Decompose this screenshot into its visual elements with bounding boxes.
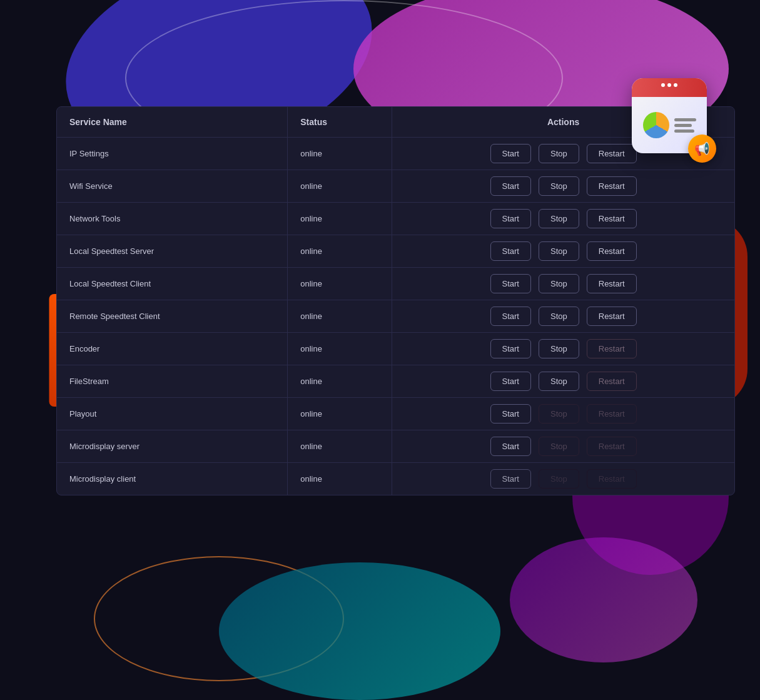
main-content: Service Name Status Actions IP Settingso… bbox=[56, 106, 735, 625]
restart-button-11[interactable]: Restart bbox=[587, 469, 637, 489]
service-actions-2: StartStopRestart bbox=[392, 170, 734, 203]
table-row: Wifi ServiceonlineStartStopRestart bbox=[57, 170, 734, 203]
service-name-7: Encoder bbox=[57, 333, 288, 365]
lines-mini bbox=[674, 118, 696, 133]
actions-group-3: StartStopRestart bbox=[392, 203, 734, 235]
stop-button-1[interactable]: Stop bbox=[539, 144, 579, 163]
restart-button-6[interactable]: Restart bbox=[587, 307, 637, 326]
service-actions-3: StartStopRestart bbox=[392, 203, 734, 235]
col-service-name: Service Name bbox=[57, 107, 288, 138]
service-table: Service Name Status Actions IP Settingso… bbox=[57, 107, 734, 495]
service-name-5: Local Speedtest Client bbox=[57, 268, 288, 300]
service-actions-4: StartStopRestart bbox=[392, 235, 734, 268]
restart-button-7[interactable]: Restart bbox=[587, 339, 637, 358]
actions-group-6: StartStopRestart bbox=[392, 300, 734, 332]
table-row: Network ToolsonlineStartStopRestart bbox=[57, 203, 734, 235]
dot-1 bbox=[661, 83, 665, 87]
table-body: IP SettingsonlineStartStopRestartWifi Se… bbox=[57, 138, 734, 495]
actions-group-2: StartStopRestart bbox=[392, 170, 734, 202]
line-3 bbox=[674, 129, 694, 133]
start-button-4[interactable]: Start bbox=[490, 241, 531, 261]
service-name-6: Remote Speedtest Client bbox=[57, 300, 288, 333]
start-button-7[interactable]: Start bbox=[490, 339, 531, 358]
service-status-1: online bbox=[288, 138, 392, 170]
service-name-1: IP Settings bbox=[57, 138, 288, 170]
table-row: Local Speedtest ClientonlineStartStopRes… bbox=[57, 268, 734, 300]
restart-button-10[interactable]: Restart bbox=[587, 437, 637, 456]
start-button-11[interactable]: Start bbox=[490, 469, 531, 489]
service-name-3: Network Tools bbox=[57, 203, 288, 235]
stop-button-11[interactable]: Stop bbox=[539, 469, 579, 489]
analytics-dots bbox=[661, 83, 677, 87]
service-name-4: Local Speedtest Server bbox=[57, 235, 288, 268]
service-status-3: online bbox=[288, 203, 392, 235]
service-name-11: Microdisplay client bbox=[57, 463, 288, 495]
col-status: Status bbox=[288, 107, 392, 138]
stop-button-6[interactable]: Stop bbox=[539, 307, 579, 326]
dot-2 bbox=[667, 83, 671, 87]
service-name-2: Wifi Service bbox=[57, 170, 288, 203]
service-status-5: online bbox=[288, 268, 392, 300]
stop-button-3[interactable]: Stop bbox=[539, 209, 579, 228]
table-row: PlayoutonlineStartStopRestart bbox=[57, 398, 734, 430]
restart-button-9[interactable]: Restart bbox=[587, 404, 637, 424]
service-status-7: online bbox=[288, 333, 392, 365]
sidebar: 📋 Service Monitoring bbox=[0, 0, 50, 700]
actions-group-5: StartStopRestart bbox=[392, 268, 734, 300]
actions-group-9: StartStopRestart bbox=[392, 398, 734, 430]
service-status-2: online bbox=[288, 170, 392, 203]
service-actions-9: StartStopRestart bbox=[392, 398, 734, 430]
stop-button-7[interactable]: Stop bbox=[539, 339, 579, 358]
line-1 bbox=[674, 118, 696, 121]
analytics-icon-inner: 📢 bbox=[632, 78, 707, 153]
actions-group-4: StartStopRestart bbox=[392, 235, 734, 267]
start-button-1[interactable]: Start bbox=[490, 144, 531, 163]
service-actions-8: StartStopRestart bbox=[392, 365, 734, 398]
restart-button-4[interactable]: Restart bbox=[587, 241, 637, 261]
actions-group-8: StartStopRestart bbox=[392, 365, 734, 397]
start-button-5[interactable]: Start bbox=[490, 274, 531, 293]
stop-button-10[interactable]: Stop bbox=[539, 437, 579, 456]
table-row: EncoderonlineStartStopRestart bbox=[57, 333, 734, 365]
table-row: FileStreamonlineStartStopRestart bbox=[57, 365, 734, 398]
dot-3 bbox=[674, 83, 677, 87]
stop-button-5[interactable]: Stop bbox=[539, 274, 579, 293]
stop-button-4[interactable]: Stop bbox=[539, 241, 579, 261]
service-status-9: online bbox=[288, 398, 392, 430]
restart-button-3[interactable]: Restart bbox=[587, 209, 637, 228]
restart-button-2[interactable]: Restart bbox=[587, 176, 637, 196]
service-actions-11: StartStopRestart bbox=[392, 463, 734, 495]
service-actions-5: StartStopRestart bbox=[392, 268, 734, 300]
service-status-11: online bbox=[288, 463, 392, 495]
table-row: Local Speedtest ServeronlineStartStopRes… bbox=[57, 235, 734, 268]
pie-chart-mini bbox=[643, 112, 669, 138]
start-button-2[interactable]: Start bbox=[490, 176, 531, 196]
actions-group-11: StartStopRestart bbox=[392, 463, 734, 495]
stop-button-9[interactable]: Stop bbox=[539, 404, 579, 424]
service-status-10: online bbox=[288, 430, 392, 463]
start-button-9[interactable]: Start bbox=[490, 404, 531, 424]
restart-button-5[interactable]: Restart bbox=[587, 274, 637, 293]
stop-button-2[interactable]: Stop bbox=[539, 176, 579, 196]
service-actions-7: StartStopRestart bbox=[392, 333, 734, 365]
restart-button-8[interactable]: Restart bbox=[587, 372, 637, 391]
service-actions-10: StartStopRestart bbox=[392, 430, 734, 463]
service-status-4: online bbox=[288, 235, 392, 268]
service-actions-6: StartStopRestart bbox=[392, 300, 734, 333]
service-table-container: Service Name Status Actions IP Settingso… bbox=[56, 106, 735, 495]
service-name-10: Microdisplay server bbox=[57, 430, 288, 463]
service-name-9: Playout bbox=[57, 398, 288, 430]
line-2 bbox=[674, 124, 692, 127]
start-button-3[interactable]: Start bbox=[490, 209, 531, 228]
start-button-10[interactable]: Start bbox=[490, 437, 531, 456]
analytics-icon: 📢 bbox=[629, 75, 710, 156]
speaker-icon: 📢 bbox=[688, 134, 716, 163]
start-button-8[interactable]: Start bbox=[490, 372, 531, 391]
actions-group-7: StartStopRestart bbox=[392, 333, 734, 365]
service-name-8: FileStream bbox=[57, 365, 288, 398]
stop-button-8[interactable]: Stop bbox=[539, 372, 579, 391]
service-status-8: online bbox=[288, 365, 392, 398]
table-row: Remote Speedtest ClientonlineStartStopRe… bbox=[57, 300, 734, 333]
service-status-6: online bbox=[288, 300, 392, 333]
start-button-6[interactable]: Start bbox=[490, 307, 531, 326]
